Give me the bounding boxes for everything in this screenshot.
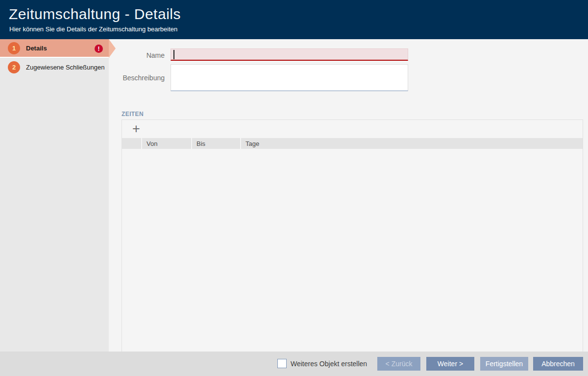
fertigstellen-button[interactable]: Fertigstellen <box>480 357 528 371</box>
beschreibung-field-label: Beschreibung <box>118 74 165 82</box>
wizard-steps-sidebar: 1 Details ! 2 Zugewiesene Schließungen <box>0 39 109 352</box>
page-title: Zeitumschaltung - Details <box>9 6 181 23</box>
column-header-bis[interactable]: Bis <box>192 138 240 149</box>
text-cursor <box>173 50 174 59</box>
name-field-label: Name <box>118 51 165 59</box>
zeiten-section-heading: ZEITEN <box>122 111 144 118</box>
zurueck-button[interactable]: < Zurück <box>377 357 420 371</box>
zeiten-table-header: Von Bis Tage <box>122 138 583 149</box>
column-header-tage[interactable]: Tage <box>241 138 583 149</box>
step-number-badge: 2 <box>8 61 20 73</box>
step-number-badge: 1 <box>8 42 20 54</box>
name-field-wrapper <box>171 48 408 61</box>
weiteres-objekt-checkbox[interactable] <box>277 359 287 368</box>
step-item-zugewiesene-schliessungen[interactable]: 2 Zugewiesene Schließungen <box>0 58 109 76</box>
weiteres-objekt-checkbox-label[interactable]: Weiteres Objekt erstellen <box>291 360 367 368</box>
step-label: Zugewiesene Schließungen <box>26 64 104 71</box>
zeiten-panel: + Von Bis Tage <box>122 119 583 352</box>
name-input[interactable] <box>171 49 408 60</box>
step-label: Details <box>26 45 47 52</box>
wizard-footer: Weiteres Objekt erstellen < Zurück Weite… <box>0 352 588 376</box>
step-item-details[interactable]: 1 Details ! <box>0 39 109 58</box>
zeiten-toolbar: + <box>122 120 583 138</box>
column-header-selector <box>122 138 141 149</box>
column-header-von[interactable]: Von <box>142 138 191 149</box>
beschreibung-textarea[interactable] <box>171 64 408 91</box>
active-step-arrow-icon <box>109 39 116 58</box>
add-time-icon[interactable]: + <box>129 121 144 136</box>
abbrechen-button[interactable]: Abbrechen <box>533 357 583 371</box>
page-subtitle: Hier können Sie die Details der Zeitumsc… <box>9 25 177 33</box>
weiter-button[interactable]: Weiter > <box>426 357 474 371</box>
error-icon: ! <box>95 45 103 53</box>
wizard-header: Zeitumschaltung - Details Hier können Si… <box>0 0 588 39</box>
